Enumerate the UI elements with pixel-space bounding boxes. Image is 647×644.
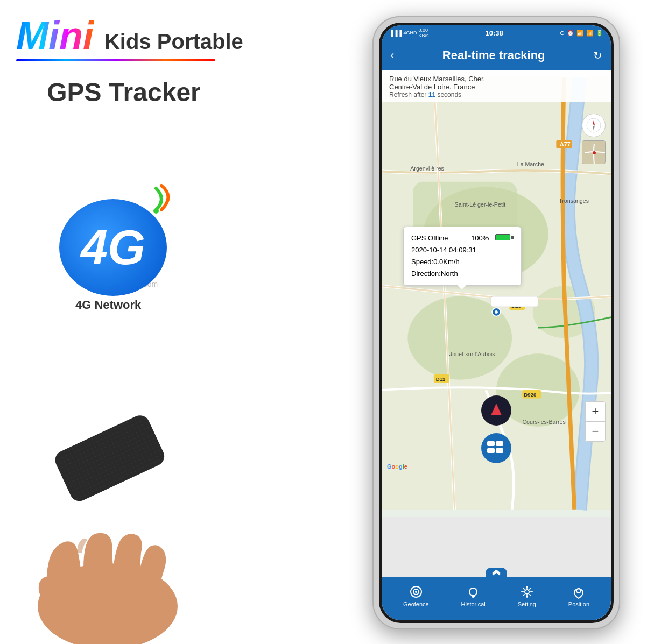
svg-text:La Marche: La Marche [517, 161, 544, 167]
tab-position-label: Position [568, 601, 589, 607]
tab-position[interactable]: Position [568, 585, 589, 607]
tab-historical[interactable]: Historical [461, 585, 486, 607]
data-speed: 0.00KB/s [418, 27, 428, 38]
gps-direction: Direction:North [411, 268, 514, 280]
phone-screen: ▐▐▐ 4GHD 0.00KB/s 10:38 ⊙ ⏰ 📶 📶 🔋 [382, 25, 611, 620]
navigation-button[interactable] [481, 395, 511, 426]
4g-network-label: 4G Network [75, 298, 141, 312]
svg-point-41 [469, 588, 477, 596]
zoom-controls: + − [585, 401, 606, 442]
svg-point-43 [525, 590, 529, 594]
status-bar-left: ▐▐▐ 4GHD 0.00KB/s [389, 27, 428, 38]
title-area: Mini Kids Portable GPS Tracker [16, 16, 243, 107]
tab-setting-label: Setting [518, 601, 536, 607]
svg-rect-2 [52, 412, 167, 504]
g-letter-e: e [404, 463, 407, 470]
svg-rect-28 [491, 296, 538, 307]
4g-text: 4G [81, 220, 145, 275]
battery-percentage: 100% [471, 234, 489, 242]
4g-logo-area: 4G 4G Network [59, 183, 199, 312]
svg-text:Jouet-sur-l'Aubois: Jouet-sur-l'Aubois [449, 351, 495, 357]
tab-geofence-label: Geofence [403, 601, 429, 607]
svg-point-27 [495, 310, 498, 314]
g-letter-g: G [387, 463, 392, 470]
title-kids-portable: Kids Portable [104, 30, 243, 54]
battery-status: 🔋 [596, 30, 603, 37]
tab-geofence[interactable]: Geofence [403, 585, 429, 607]
refresh-prefix: Refresh after [389, 91, 428, 98]
g-letter-g2: g [399, 463, 403, 470]
refresh-button[interactable]: ↻ [593, 49, 602, 62]
map-thumbnail[interactable] [582, 140, 606, 164]
refresh-seconds: 11 [428, 91, 435, 98]
svg-text:Saint-Lé ger-le-Petit: Saint-Lé ger-le-Petit [455, 201, 506, 208]
tab-historical-label: Historical [461, 601, 486, 607]
gps-popup: GPS Offline 100% 2020-10-14 04:09:31 Spe… [403, 227, 522, 286]
volume-icon: 📶 [576, 30, 584, 37]
status-bar-right: ⊙ ⏰ 📶 📶 🔋 [560, 30, 603, 37]
refresh-suffix: seconds [435, 91, 461, 98]
map-area[interactable]: A77 D26 D12 D920 Argenvi è res La Marche [382, 70, 611, 517]
phone-outer: ▐▐▐ 4GHD 0.00KB/s 10:38 ⊙ ⏰ 📶 📶 🔋 [372, 16, 620, 629]
battery-indicator [495, 234, 514, 240]
popup-triangle [458, 285, 466, 289]
left-panel: Mini Kids Portable GPS Tracker juneo.en.… [0, 0, 258, 644]
title-mini: Mini [16, 16, 94, 55]
address-line1: Rue du Vieux Marseilles, Cher, [389, 75, 603, 83]
svg-text:Cours-les-Barres: Cours-les-Barres [522, 419, 565, 425]
setting-icon [520, 585, 534, 599]
app-header: ‹ Real-time tracking ↻ [382, 40, 611, 70]
google-logo: Google [387, 463, 407, 470]
gps-status-row: GPS Offline 100% [411, 232, 514, 244]
svg-point-33 [593, 151, 596, 154]
svg-point-40 [415, 591, 417, 593]
back-button[interactable]: ‹ [390, 48, 394, 62]
zoom-in-button[interactable]: + [586, 402, 605, 421]
svg-point-0 [153, 208, 159, 214]
phone-container: ▐▐▐ 4GHD 0.00KB/s 10:38 ⊙ ⏰ 📶 📶 🔋 [351, 5, 642, 635]
svg-text:Tronsanges: Tronsanges [559, 197, 589, 204]
geofence-icon [409, 585, 423, 599]
svg-rect-34 [487, 441, 495, 446]
battery-tip [511, 236, 514, 239]
svg-rect-36 [487, 448, 495, 453]
svg-text:D920: D920 [524, 392, 536, 398]
vehicle-icons-button[interactable] [481, 433, 511, 463]
network-type: 4GHD [403, 30, 417, 36]
svg-rect-37 [496, 448, 503, 453]
signal-icon: ▐▐▐ [389, 30, 402, 36]
position-icon [572, 585, 586, 599]
svg-text:D12: D12 [436, 376, 446, 382]
address-overlay: Rue du Vieux Marseilles, Cher, Centre-Va… [382, 70, 611, 102]
refresh-text: Refresh after 11 seconds [389, 91, 603, 98]
gps-speed: Speed:0.0Km/h [411, 256, 514, 268]
phone-inner: ▐▐▐ 4GHD 0.00KB/s 10:38 ⊙ ⏰ 📶 📶 🔋 [379, 23, 614, 623]
svg-point-42 [472, 595, 475, 598]
nav-arrow-icon [491, 404, 502, 415]
tab-bar: Geofence Historical [382, 577, 611, 620]
4g-circle: 4G [59, 199, 167, 296]
historical-icon [466, 585, 480, 599]
alarm-icon: ⏰ [567, 30, 574, 37]
svg-text:Argenvi è res: Argenvi è res [410, 165, 444, 172]
status-time: 10:38 [486, 29, 503, 37]
gps-tracker-title: GPS Tracker [16, 77, 231, 107]
svg-rect-35 [496, 441, 503, 446]
battery-bar [495, 234, 510, 240]
hand-device-illustration [0, 348, 242, 644]
svg-text:A77: A77 [560, 141, 571, 147]
gps-offline-label: GPS Offline [411, 232, 448, 244]
wifi-status-icon: 📶 [586, 30, 594, 37]
gps-datetime: 2020-10-14 04:09:31 [411, 244, 514, 256]
app-title: Real-time tracking [442, 48, 545, 62]
status-bar: ▐▐▐ 4GHD 0.00KB/s 10:38 ⊙ ⏰ 📶 📶 🔋 [382, 25, 611, 40]
zoom-out-button[interactable]: − [586, 422, 605, 441]
location-icon: ⊙ [560, 30, 565, 37]
rainbow-divider [16, 59, 215, 61]
address-line2: Centre-Val de Loire. France [389, 83, 603, 91]
scroll-up-button[interactable] [486, 568, 507, 578]
tab-setting[interactable]: Setting [518, 585, 536, 607]
compass-icon[interactable] [582, 114, 606, 137]
